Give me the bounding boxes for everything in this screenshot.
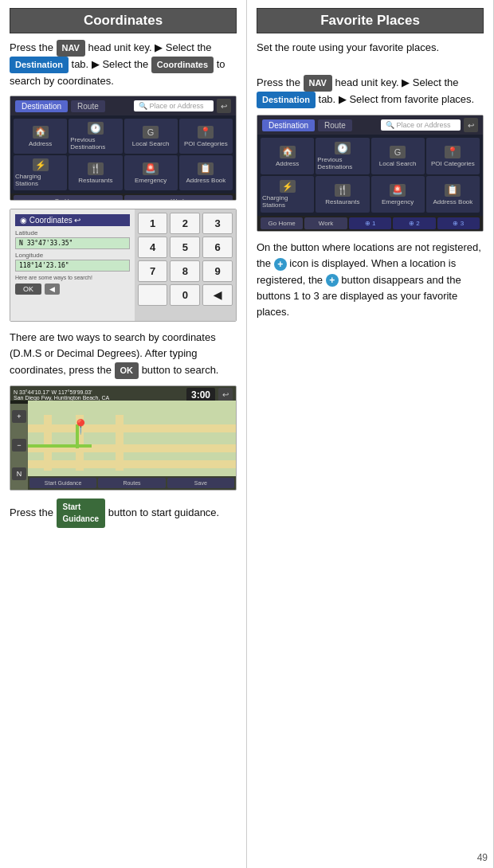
fav-slot-3[interactable]: ⊕ 3 xyxy=(437,217,480,229)
map-zoom-out[interactable]: − xyxy=(12,439,26,452)
grid-charging[interactable]: ⚡Charging Stations xyxy=(14,155,67,190)
numpad-4[interactable]: 4 xyxy=(138,237,168,258)
fav-address-icon: 🏠 xyxy=(280,146,296,158)
grid-address-label: Address xyxy=(29,140,52,147)
fav-go-home-btn[interactable]: Go Home xyxy=(261,217,303,229)
grid-previous-label: Previous Destinations xyxy=(70,136,120,151)
destination-btn-1[interactable]: Destination xyxy=(10,57,69,73)
fav-nav-bottom: Go Home Work ⊕ 1 ⊕ 2 ⊕ 3 xyxy=(257,216,483,231)
fav-addressbook-label: Address Book xyxy=(433,198,472,205)
numpad-clear[interactable]: ◀ xyxy=(202,284,233,306)
lon-value[interactable]: 118°14'23.16" xyxy=(15,260,130,272)
fav-work-btn[interactable]: Work xyxy=(304,217,347,229)
coordinates-para2: There are two ways to search by coordina… xyxy=(10,330,237,378)
fav-destination-tab[interactable]: Destination xyxy=(262,119,315,131)
address-icon: 🏠 xyxy=(33,126,49,139)
nav-back-btn-1[interactable]: ↩ xyxy=(217,99,231,113)
map-coord-display: N 33°44'10.17' W 117°59'99.03'San Diego … xyxy=(14,389,183,401)
grid-local-label: Local Search xyxy=(132,140,170,147)
fav-previous-label: Previous Destinations xyxy=(317,156,367,170)
fav-grid-previous[interactable]: 🕐Previous Destinations xyxy=(316,138,369,174)
grid-poi-label: POI Categories xyxy=(184,140,228,147)
grid-local[interactable]: GLocal Search xyxy=(124,119,178,154)
nav-search-1[interactable]: 🔍 Place or Address xyxy=(134,100,214,111)
nav-topbar-1: Destination Route 🔍 Place or Address ↩ xyxy=(10,96,236,115)
route-line xyxy=(28,444,92,448)
fav-grid-emergency[interactable]: 🚨Emergency xyxy=(371,176,425,213)
fav-nav-topbar: Destination Route 🔍 Place or Address ↩ xyxy=(257,115,483,135)
numpad-8[interactable]: 8 xyxy=(170,260,200,282)
save-btn[interactable]: Save xyxy=(167,478,234,488)
fav-poi-icon: 📍 xyxy=(445,146,461,158)
previous-icon: 🕐 xyxy=(88,122,104,135)
coordinates-btn[interactable]: Coordinates xyxy=(151,57,214,73)
fav-slot-1[interactable]: ⊕ 1 xyxy=(349,217,391,229)
fav-grid-address[interactable]: 🏠Address xyxy=(261,138,314,174)
fav-grid-poi[interactable]: 📍POI Categories xyxy=(426,138,480,174)
fav-route-tab[interactable]: Route xyxy=(318,119,352,131)
clear-btn[interactable]: ◀ xyxy=(45,283,60,295)
fav-grid-addressbook[interactable]: 📋Address Book xyxy=(426,176,480,213)
routes-btn[interactable]: Routes xyxy=(98,478,165,488)
map-bottom-bar: Start Guidance Routes Save xyxy=(28,476,236,490)
nav-grid-1: 🏠Address 🕐Previous Destinations GLocal S… xyxy=(10,115,236,194)
lat-value[interactable]: N 33°47'33.35" xyxy=(15,237,130,249)
fav-grid-charging[interactable]: ⚡Charging Stations xyxy=(261,176,314,213)
numpad-7[interactable]: 7 xyxy=(138,260,168,282)
grid-previous[interactable]: 🕐Previous Destinations xyxy=(69,119,122,154)
fav-charging-label: Charging Stations xyxy=(262,194,312,209)
nav-bottom-1: Go Home Work xyxy=(10,194,236,201)
coordinates-section-title: Coordinates xyxy=(10,8,237,33)
nav-btn-1[interactable]: NAV xyxy=(57,40,85,57)
route-tab-1[interactable]: Route xyxy=(71,100,105,112)
grid-poi[interactable]: 📍POI Categories xyxy=(179,119,233,154)
destination-tab-1[interactable]: Destination xyxy=(15,100,68,112)
work-btn-1[interactable]: Work xyxy=(124,195,233,201)
coordinates-para1: Press the NAV head unit key. ▶ Select th… xyxy=(10,40,237,89)
fav-nav-search[interactable]: 🔍 Place or Address xyxy=(381,119,461,131)
fav-nav-screen: Destination Route 🔍 Place or Address ↩ 🏠… xyxy=(257,115,483,231)
coord-screen-title: ◉ Coordinates ↩ xyxy=(15,214,130,226)
fav-grid-local[interactable]: GLocal Search xyxy=(371,138,425,174)
fav-grid-restaurants[interactable]: 🍴Restaurants xyxy=(316,176,369,213)
coordinates-para3: Press the StartGuidance button to start … xyxy=(10,499,237,528)
map-screen: N 33°44'10.17' W 117°59'99.03'San Diego … xyxy=(10,386,236,490)
local-icon: G xyxy=(143,126,159,139)
restaurants-icon: 🍴 xyxy=(88,162,104,175)
go-home-btn-1[interactable]: Go Home xyxy=(14,195,123,201)
numpad-2[interactable]: 2 xyxy=(170,213,200,234)
coord-ok-row: OK ◀ xyxy=(15,283,130,295)
ok-inline-btn[interactable]: OK xyxy=(115,362,139,379)
favorite-para1: Set the route using your favorite places… xyxy=(257,40,484,56)
start-guidance-map-btn[interactable]: Start Guidance xyxy=(29,478,96,488)
fav-emergency-icon: 🚨 xyxy=(390,184,406,197)
fav-nav-back-btn[interactable]: ↩ xyxy=(464,118,478,132)
nav-btn-2[interactable]: NAV xyxy=(304,75,332,92)
grid-addressbook-label: Address Book xyxy=(186,177,225,184)
map-zoom-in[interactable]: + xyxy=(12,410,26,423)
address-book-icon: 📋 xyxy=(198,162,214,175)
start-guidance-inline-btn[interactable]: StartGuidance xyxy=(57,499,106,528)
coord-screen: ◉ Coordinates ↩ Latitude N 33°47'33.35" … xyxy=(10,209,236,321)
numpad-0[interactable]: 0 xyxy=(170,284,200,306)
numpad-9[interactable]: 9 xyxy=(202,260,233,282)
fav-charging-icon: ⚡ xyxy=(280,180,296,193)
map-background: 📍 xyxy=(28,401,236,471)
lon-label: Longitude xyxy=(15,252,130,259)
grid-address[interactable]: 🏠Address xyxy=(14,119,67,154)
map-pin: 📍 xyxy=(72,418,89,436)
fav-emergency-label: Emergency xyxy=(382,198,414,205)
ok-btn[interactable]: OK xyxy=(15,283,41,295)
grid-address-book[interactable]: 📋Address Book xyxy=(179,155,233,190)
fav-restaurants-label: Restaurants xyxy=(325,198,359,205)
grid-emergency[interactable]: 🚨Emergency xyxy=(124,155,178,190)
numpad-1[interactable]: 1 xyxy=(138,213,168,234)
numpad-5[interactable]: 5 xyxy=(170,237,200,258)
grid-restaurants[interactable]: 🍴Restaurants xyxy=(69,155,122,190)
map-compass[interactable]: N xyxy=(12,467,26,480)
fav-slot-2[interactable]: ⊕ 2 xyxy=(393,217,435,229)
destination-btn-2[interactable]: Destination xyxy=(257,92,316,108)
numpad-6[interactable]: 6 xyxy=(202,237,233,258)
numpad-3[interactable]: 3 xyxy=(202,213,233,234)
emergency-icon: 🚨 xyxy=(143,162,159,175)
